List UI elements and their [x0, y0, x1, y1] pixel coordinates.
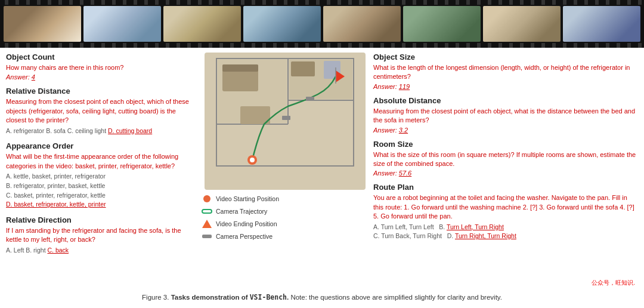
- relative-distance-options: A. refrigerator B. sofa C. ceiling light…: [6, 127, 197, 136]
- svg-rect-8: [291, 61, 315, 76]
- film-frame-1: [4, 6, 81, 42]
- legend-camera-trajectory: Camera Trajectory: [202, 206, 369, 217]
- relative-direction-title: Relative Direction: [6, 215, 197, 224]
- svg-rect-15: [282, 116, 290, 120]
- rd-option-c: C. back: [47, 247, 69, 254]
- appearance-order-question: What will be the first-time appearance o…: [6, 152, 197, 171]
- object-count-title: Object Count: [6, 53, 197, 61]
- legend-ending-position: Video Ending Position: [202, 218, 369, 229]
- option-b: B. sofa: [46, 127, 66, 134]
- camera-trajectory-icon: [202, 206, 212, 217]
- route-plan-title: Route Plan: [373, 183, 638, 192]
- relative-direction-question: If I am standing by the refrigerator and…: [6, 226, 197, 245]
- route-plan-options: A. Turn Left, Turn Left B. Turn Left, Tu…: [373, 223, 638, 242]
- option-d: D. cutting board: [108, 127, 152, 134]
- floor-plan: [205, 53, 366, 190]
- room-size-answer-value: 57.6: [399, 170, 411, 177]
- film-frame-5: [323, 6, 401, 42]
- option-a: A. refrigerator: [6, 127, 44, 134]
- camera-perspective-icon: [202, 231, 212, 242]
- section-absolute-distance: Absolute Distance Measuring from the clo…: [373, 96, 638, 134]
- ao-option-c: C. basket, printer, refrigerator, kettle: [6, 191, 197, 201]
- object-count-answer: Answer: 4: [6, 73, 197, 81]
- caption-figure: Figure 3. Tasks demonstration of VSI-Ben…: [142, 294, 502, 301]
- film-frame-7: [483, 6, 561, 42]
- object-size-question: What is the length of the longest dimens…: [373, 63, 638, 82]
- absolute-distance-title: Absolute Distance: [373, 96, 638, 105]
- film-frame-3: [163, 6, 241, 42]
- main-content: Object Count How many chairs are there i…: [0, 48, 644, 290]
- film-frame-4: [243, 6, 321, 42]
- svg-point-12: [250, 158, 255, 162]
- legend: Video Starting Position Camera Trajector…: [202, 193, 369, 244]
- caption-bold: Tasks demonstration of VSI-Bench.: [171, 294, 289, 301]
- appearance-order-title: Appearance Order: [6, 141, 197, 150]
- section-object-size: Object Size What is the length of the lo…: [373, 53, 638, 90]
- watermark: 公众号，旺知识.: [590, 278, 637, 288]
- section-relative-distance: Relative Distance Measuring from the clo…: [6, 87, 197, 135]
- film-frame-2: [83, 6, 161, 42]
- ao-option-d: D. basket, refrigerator, kettle, printer: [6, 200, 197, 210]
- rp-option-cd: C. Turn Back, Turn Right D. Turn Right, …: [373, 232, 638, 241]
- rp-highlight-b: Turn Left, Turn Right: [447, 223, 504, 230]
- svg-rect-16: [306, 97, 314, 101]
- rp-option-ab: A. Turn Left, Turn Left B. Turn Left, Tu…: [373, 223, 638, 232]
- film-frame-8: [563, 6, 640, 42]
- left-column: Object Count How many chairs are there i…: [6, 53, 197, 285]
- legend-trajectory-label: Camera Trajectory: [216, 208, 267, 215]
- ending-position-icon: [202, 218, 212, 229]
- rd-option-a: A. Left: [6, 247, 24, 254]
- appearance-order-options: A. kettle, basket, printer, refrigerator…: [6, 172, 197, 210]
- legend-starting-label: Video Starting Position: [216, 195, 279, 202]
- section-appearance-order: Appearance Order What will be the first-…: [6, 141, 197, 210]
- relative-direction-options: A. Left B. right C. back: [6, 246, 197, 255]
- film-holes-top: [0, 0, 644, 5]
- relative-distance-title: Relative Distance: [6, 87, 197, 96]
- starting-position-icon: [202, 193, 212, 204]
- object-count-question: How many chairs are there in this room?: [6, 63, 197, 72]
- rp-highlight-d: Turn Right, Turn Right: [455, 232, 516, 239]
- center-column: Video Starting Position Camera Trajector…: [202, 53, 369, 285]
- object-count-answer-value: 4: [32, 73, 35, 81]
- legend-perspective-label: Camera Perspective: [216, 233, 273, 240]
- absolute-distance-answer: Answer: 3.2: [373, 127, 638, 134]
- right-column: Object Size What is the length of the lo…: [373, 53, 638, 285]
- legend-starting-position: Video Starting Position: [202, 193, 369, 204]
- film-frame-6: [403, 6, 481, 42]
- route-plan-question: You are a robot beginning at the toilet …: [373, 193, 638, 221]
- floor-plan-svg: [205, 53, 366, 190]
- legend-ending-label: Video Ending Position: [216, 220, 277, 227]
- object-size-answer-value: 119: [399, 83, 410, 90]
- object-size-answer: Answer: 119: [373, 83, 638, 90]
- relative-distance-question: Measuring from the closest point of each…: [6, 97, 197, 125]
- section-route-plan: Route Plan You are a robot beginning at …: [373, 183, 638, 241]
- caption: Figure 3. Tasks demonstration of VSI-Ben…: [0, 290, 644, 305]
- svg-rect-7: [222, 64, 258, 72]
- caption-code: VSI-Bench: [250, 293, 287, 301]
- ao-option-b: B. refrigerator, printer, basket, kettle: [6, 181, 197, 191]
- film-holes-bottom: [0, 43, 644, 48]
- ao-option-a: A. kettle, basket, printer, refrigerator: [6, 172, 197, 181]
- section-relative-direction: Relative Direction If I am standing by t…: [6, 215, 197, 255]
- room-size-answer: Answer: 57.6: [373, 170, 638, 177]
- option-c: C. ceiling light: [67, 127, 106, 134]
- section-room-size: Room Size What is the size of this room …: [373, 140, 638, 177]
- legend-camera-perspective: Camera Perspective: [202, 231, 369, 242]
- object-size-title: Object Size: [373, 53, 638, 61]
- room-size-title: Room Size: [373, 140, 638, 149]
- section-object-count: Object Count How many chairs are there i…: [6, 53, 197, 81]
- absolute-distance-question: Measuring from the closest point of each…: [373, 107, 638, 125]
- room-size-question: What is the size of this room (in square…: [373, 150, 638, 169]
- film-strip: [0, 0, 644, 48]
- film-images: [0, 0, 644, 48]
- absolute-distance-answer-value: 3.2: [399, 127, 408, 134]
- svg-rect-9: [240, 106, 270, 124]
- rd-option-b: B. right: [26, 247, 45, 254]
